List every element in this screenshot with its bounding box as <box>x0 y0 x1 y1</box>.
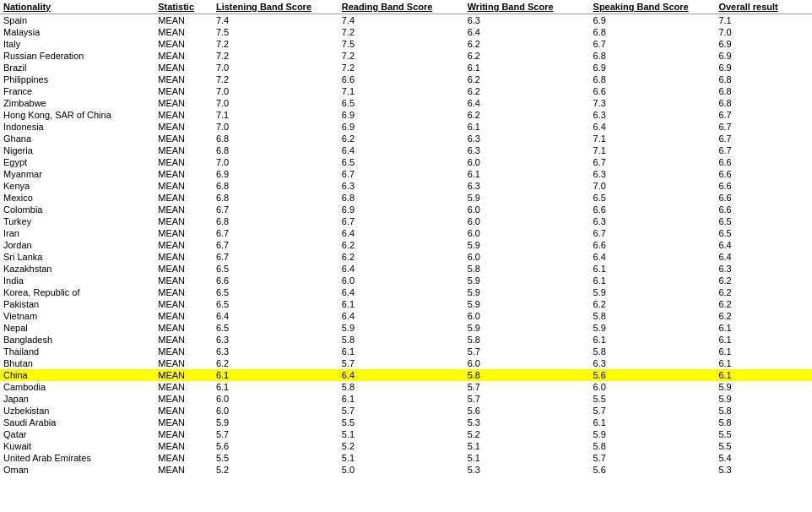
cell-writing: 6.3 <box>464 180 590 192</box>
cell-writing: 6.0 <box>464 357 590 369</box>
cell-overall: 6.7 <box>715 109 812 121</box>
table-row: NigeriaMEAN6.86.46.37.16.7 <box>0 144 812 156</box>
cell-statistic: MEAN <box>154 239 213 251</box>
cell-nationality: Japan <box>0 393 154 405</box>
cell-speaking: 7.1 <box>590 144 716 156</box>
cell-nationality: Indonesia <box>0 121 154 133</box>
cell-listening: 6.7 <box>213 251 338 263</box>
cell-reading: 6.8 <box>338 192 464 204</box>
cell-listening: 7.5 <box>213 26 338 38</box>
cell-reading: 6.1 <box>338 298 464 310</box>
cell-speaking: 7.3 <box>590 97 716 109</box>
cell-statistic: MEAN <box>154 14 213 27</box>
cell-listening: 6.7 <box>213 239 338 251</box>
cell-speaking: 6.0 <box>590 381 716 393</box>
cell-writing: 6.3 <box>464 144 590 156</box>
cell-statistic: MEAN <box>154 286 213 298</box>
cell-reading: 7.2 <box>338 50 464 62</box>
cell-overall: 6.8 <box>715 85 812 97</box>
cell-speaking: 6.1 <box>590 263 716 275</box>
cell-statistic: MEAN <box>154 381 213 393</box>
cell-statistic: MEAN <box>154 144 213 156</box>
cell-speaking: 6.1 <box>590 275 716 286</box>
cell-reading: 6.3 <box>338 180 464 192</box>
cell-nationality: Egypt <box>0 156 154 168</box>
cell-listening: 7.0 <box>213 85 338 97</box>
cell-listening: 6.7 <box>213 204 338 215</box>
header-speaking: Speaking Band Score <box>590 0 716 14</box>
cell-listening: 7.0 <box>213 121 338 133</box>
cell-overall: 6.7 <box>715 121 812 133</box>
cell-nationality: Zimbabwe <box>0 97 154 109</box>
cell-overall: 6.1 <box>715 369 812 381</box>
cell-statistic: MEAN <box>154 405 213 417</box>
cell-nationality: Saudi Arabia <box>0 417 154 428</box>
table-row: CambodiaMEAN6.15.85.76.05.9 <box>0 381 812 393</box>
cell-overall: 6.6 <box>715 168 812 180</box>
cell-nationality: Mexico <box>0 192 154 204</box>
cell-writing: 6.0 <box>464 227 590 239</box>
cell-nationality: Bangladesh <box>0 334 154 346</box>
cell-statistic: MEAN <box>154 357 213 369</box>
cell-reading: 6.4 <box>338 286 464 298</box>
cell-speaking: 6.3 <box>590 215 716 227</box>
cell-overall: 5.5 <box>715 428 812 440</box>
cell-reading: 6.1 <box>338 393 464 405</box>
cell-listening: 7.2 <box>213 50 338 62</box>
cell-speaking: 5.6 <box>590 464 716 476</box>
cell-writing: 6.0 <box>464 204 590 215</box>
cell-reading: 6.4 <box>338 310 464 322</box>
cell-writing: 6.1 <box>464 168 590 180</box>
table-row: VietnamMEAN6.46.46.05.86.2 <box>0 310 812 322</box>
cell-speaking: 6.6 <box>590 85 716 97</box>
cell-speaking: 5.6 <box>590 369 716 381</box>
cell-listening: 6.9 <box>213 168 338 180</box>
cell-speaking: 5.8 <box>590 310 716 322</box>
cell-listening: 7.0 <box>213 97 338 109</box>
cell-speaking: 6.9 <box>590 14 716 27</box>
cell-reading: 5.8 <box>338 381 464 393</box>
cell-overall: 5.9 <box>715 393 812 405</box>
table-row: Korea, Republic ofMEAN6.56.45.95.96.2 <box>0 286 812 298</box>
cell-speaking: 6.5 <box>590 192 716 204</box>
cell-statistic: MEAN <box>154 38 213 50</box>
cell-speaking: 5.5 <box>590 393 716 405</box>
cell-statistic: MEAN <box>154 74 213 85</box>
cell-overall: 5.9 <box>715 381 812 393</box>
cell-statistic: MEAN <box>154 26 213 38</box>
table-row: KenyaMEAN6.86.36.37.06.6 <box>0 180 812 192</box>
cell-speaking: 6.7 <box>590 38 716 50</box>
cell-overall: 6.7 <box>715 133 812 144</box>
cell-writing: 6.2 <box>464 50 590 62</box>
cell-nationality: India <box>0 275 154 286</box>
cell-overall: 6.7 <box>715 144 812 156</box>
cell-nationality: Kenya <box>0 180 154 192</box>
cell-nationality: Thailand <box>0 346 154 357</box>
cell-nationality: Italy <box>0 38 154 50</box>
table-row: Saudi ArabiaMEAN5.95.55.36.15.8 <box>0 417 812 428</box>
cell-listening: 5.5 <box>213 452 338 464</box>
cell-statistic: MEAN <box>154 168 213 180</box>
cell-nationality: Kuwait <box>0 440 154 452</box>
cell-listening: 6.4 <box>213 310 338 322</box>
cell-statistic: MEAN <box>154 369 213 381</box>
cell-nationality: Vietnam <box>0 310 154 322</box>
cell-listening: 7.0 <box>213 62 338 74</box>
cell-listening: 6.0 <box>213 405 338 417</box>
cell-listening: 6.5 <box>213 298 338 310</box>
cell-reading: 7.1 <box>338 85 464 97</box>
cell-nationality: Iran <box>0 227 154 239</box>
cell-statistic: MEAN <box>154 298 213 310</box>
cell-writing: 5.7 <box>464 346 590 357</box>
cell-overall: 6.2 <box>715 275 812 286</box>
cell-statistic: MEAN <box>154 227 213 239</box>
cell-listening: 6.8 <box>213 133 338 144</box>
table-row: UzbekistanMEAN6.05.75.65.75.8 <box>0 405 812 417</box>
cell-nationality: Jordan <box>0 239 154 251</box>
cell-writing: 6.2 <box>464 85 590 97</box>
cell-statistic: MEAN <box>154 133 213 144</box>
cell-statistic: MEAN <box>154 121 213 133</box>
cell-overall: 6.5 <box>715 215 812 227</box>
table-row: BangladeshMEAN6.35.85.86.16.1 <box>0 334 812 346</box>
cell-nationality: France <box>0 85 154 97</box>
